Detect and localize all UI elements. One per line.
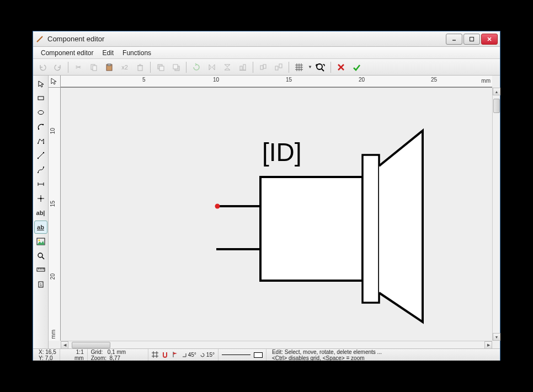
bring-front-button[interactable] (153, 61, 168, 74)
zoom-tool[interactable] (34, 249, 47, 262)
duplicate-button[interactable]: x2 (118, 61, 132, 74)
svg-rect-2 (470, 37, 474, 41)
fill-style-sample[interactable] (254, 352, 263, 358)
ruler-v-tick-20: 20 (50, 273, 56, 280)
arc-tool[interactable] (34, 120, 47, 133)
svg-rect-20 (263, 65, 266, 68)
delete-button[interactable] (133, 61, 147, 74)
scroll-left-arrow[interactable]: ◀ (61, 341, 68, 349)
maximize-button[interactable] (463, 34, 480, 45)
group-button[interactable] (256, 61, 270, 74)
svg-point-41 (38, 143, 39, 144)
svg-rect-15 (173, 65, 178, 69)
svg-point-42 (43, 143, 44, 144)
svg-rect-13 (159, 66, 164, 71)
svg-point-56 (38, 253, 42, 257)
grid-dropdown-arrow[interactable]: ▼ (308, 65, 312, 69)
grid-button[interactable] (292, 61, 306, 74)
mirror-v-button[interactable] (220, 61, 234, 74)
svg-point-39 (38, 128, 39, 130)
svg-rect-66 (260, 177, 363, 281)
svg-point-47 (43, 167, 44, 168)
text-tool[interactable]: ab| (34, 206, 47, 219)
snap-grid-icon[interactable] (152, 351, 158, 359)
rotate-button[interactable] (189, 61, 204, 74)
undo-button[interactable] (35, 61, 50, 74)
window-title: Component editor (47, 35, 446, 43)
select-tool[interactable] (34, 77, 47, 90)
svg-point-45 (42, 152, 44, 153)
image-tool[interactable] (34, 235, 47, 248)
line-tool[interactable] (34, 149, 47, 162)
accept-button[interactable] (349, 61, 364, 74)
send-back-button[interactable] (169, 61, 183, 74)
dimension-tool[interactable] (34, 178, 47, 191)
ruler-h-tick-5: 5 (142, 77, 146, 83)
redo-button[interactable] (51, 61, 65, 74)
status-ratio: 1:1 mm (60, 349, 88, 361)
status-snap-icons: 45° 15° (148, 349, 218, 361)
drawing-canvas[interactable]: [ID] (61, 88, 492, 341)
copy-button[interactable] (87, 61, 101, 74)
zoom-fit-button[interactable] (313, 61, 328, 74)
ellipse-tool[interactable] (34, 106, 47, 119)
bezier-tool[interactable] (34, 163, 47, 176)
cut-button[interactable]: ✂ (71, 61, 86, 74)
ruler-h-tick-10: 10 (213, 77, 219, 83)
scroll-down-arrow[interactable]: ▼ (493, 333, 500, 341)
ruler-horizontal[interactable]: 5 10 15 20 25 mm (61, 76, 492, 88)
scroll-thumb-vertical[interactable] (493, 99, 500, 113)
svg-line-43 (38, 153, 44, 158)
svg-point-40 (42, 124, 43, 125)
mirror-h-button[interactable] (205, 61, 219, 74)
snap-flag-icon[interactable] (172, 351, 178, 359)
main-toolbar: ✂ x2 ▼ (33, 59, 500, 76)
statusbar: X: 16,5 Y: 7,0 1:1 mm Grid: 0,1 mm Zoom:… (33, 348, 500, 361)
svg-point-44 (37, 158, 38, 159)
snap-angle-45-icon[interactable]: 45° (182, 352, 196, 358)
ruler-vertical[interactable]: 10 15 20 mm (49, 88, 61, 341)
ungroup-button[interactable] (271, 61, 286, 74)
ruler-h-tick-25: 25 (431, 77, 437, 83)
svg-rect-21 (275, 66, 278, 70)
svg-point-55 (38, 240, 40, 241)
svg-rect-22 (279, 64, 282, 68)
svg-rect-19 (260, 66, 263, 69)
svg-rect-6 (93, 66, 97, 71)
cancel-button[interactable] (334, 61, 348, 74)
svg-rect-17 (243, 65, 246, 70)
ruler-origin[interactable] (49, 76, 61, 88)
scroll-right-arrow[interactable]: ▶ (484, 341, 492, 349)
svg-line-0 (37, 36, 42, 42)
menu-component-editor[interactable]: Component editor (36, 48, 98, 58)
x2-label: x2 (120, 64, 129, 71)
scroll-thumb-horizontal[interactable] (72, 342, 110, 348)
side-toolbar: ab| ab 1 (33, 76, 49, 348)
svg-rect-9 (138, 66, 142, 71)
measure-tool[interactable] (34, 264, 47, 277)
close-button[interactable] (481, 34, 498, 45)
scrollbar-vertical[interactable]: ▲ ▼ (492, 88, 500, 341)
menu-edit[interactable]: Edit (98, 48, 118, 58)
minimize-button[interactable] (446, 34, 462, 45)
align-button[interactable] (236, 61, 250, 74)
workspace: ab| ab 1 5 10 15 20 25 (33, 76, 500, 348)
label-tool[interactable]: ab (34, 221, 47, 234)
menu-functions[interactable]: Functions (118, 48, 156, 58)
page-tool[interactable]: 1 (34, 278, 47, 291)
snap-angle-15-icon[interactable]: 15° (200, 352, 215, 358)
snap-magnet-icon[interactable] (162, 351, 168, 359)
svg-text:1: 1 (40, 283, 42, 287)
svg-rect-37 (38, 96, 44, 100)
scrollbar-horizontal[interactable]: ◀ ▶ (61, 341, 492, 348)
component-id-label[interactable]: [ID] (262, 137, 302, 167)
status-info-text: Edit: Select, move, rotate, delete eleme… (266, 349, 498, 361)
scroll-up-arrow[interactable]: ▲ (493, 88, 500, 95)
line-style-sample[interactable] (222, 355, 250, 355)
rectangle-tool[interactable] (34, 92, 47, 105)
ruler-v-unit: mm (50, 330, 56, 339)
paste-button[interactable] (102, 61, 116, 74)
svg-point-38 (38, 111, 44, 115)
pin-tool[interactable] (34, 192, 47, 205)
polygon-tool[interactable] (34, 135, 47, 148)
